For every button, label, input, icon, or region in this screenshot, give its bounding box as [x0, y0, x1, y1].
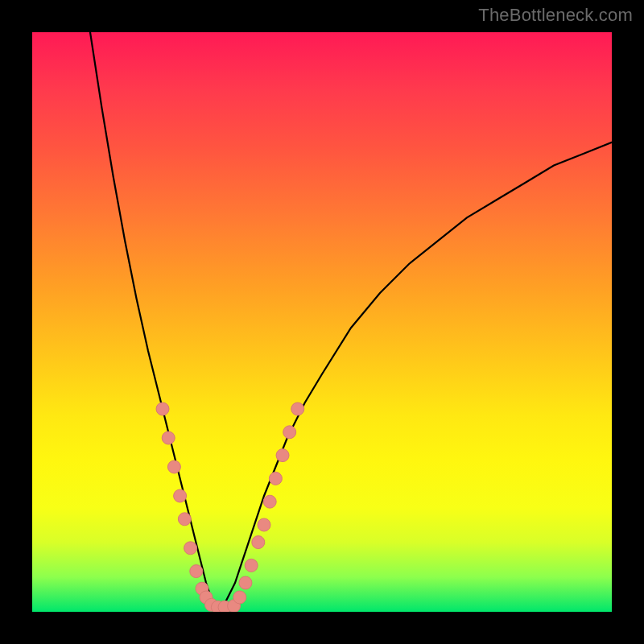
marker-point [167, 460, 180, 473]
marker-point [245, 559, 258, 572]
marker-point [190, 565, 203, 578]
chart-svg [32, 32, 612, 612]
marker-point [252, 536, 265, 549]
marker-point [184, 542, 197, 555]
marker-point [269, 472, 282, 485]
bottleneck-curve [90, 32, 612, 612]
marker-point [291, 402, 304, 415]
curve-right-branch [217, 142, 612, 612]
marker-point [239, 576, 252, 589]
marker-point [258, 518, 270, 531]
plot-area [32, 32, 612, 612]
chart-frame: TheBottleneck.com [0, 0, 644, 644]
marker-point [162, 431, 175, 444]
marker-point [174, 489, 187, 502]
marker-point [178, 513, 191, 526]
curve-markers [156, 402, 304, 612]
marker-point [156, 402, 169, 415]
marker-point [263, 495, 276, 508]
curve-left-branch [90, 32, 217, 612]
marker-point [283, 426, 296, 439]
marker-point [276, 449, 289, 462]
marker-point [233, 591, 246, 604]
watermark-text: TheBottleneck.com [478, 5, 633, 26]
